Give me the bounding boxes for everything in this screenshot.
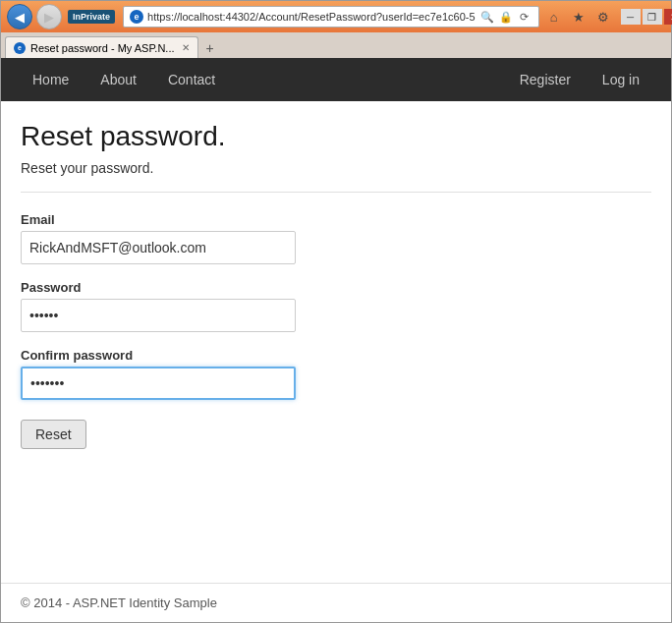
- tab-label: Reset password - My ASP.N...: [30, 42, 175, 54]
- home-toolbar-button[interactable]: ⌂: [543, 6, 565, 28]
- search-dropdown-icon[interactable]: 🔍: [479, 9, 495, 25]
- site-nav-left: Home About Contact: [17, 60, 231, 99]
- settings-button[interactable]: ⚙: [592, 6, 614, 28]
- nav-about[interactable]: About: [84, 60, 152, 99]
- close-button[interactable]: ✕: [664, 9, 672, 25]
- favorites-button[interactable]: ★: [568, 6, 589, 28]
- minimize-button[interactable]: ─: [621, 9, 641, 25]
- password-label: Password: [21, 280, 651, 295]
- page-subtitle: Reset your password.: [21, 160, 651, 176]
- address-text: https://localhost:44302/Account/ResetPas…: [147, 11, 476, 23]
- lock-icon: 🔒: [498, 9, 514, 25]
- title-bar-right: ⌂ ★ ⚙ ─ ❐ ✕: [543, 6, 672, 28]
- back-icon: ◀: [15, 10, 25, 25]
- reset-button[interactable]: Reset: [21, 420, 86, 449]
- address-icons: 🔍 🔒 ⟳: [479, 9, 532, 25]
- confirm-password-input[interactable]: [21, 367, 296, 400]
- forward-button[interactable]: ▶: [36, 4, 62, 29]
- window-controls: ─ ❐ ✕: [621, 9, 672, 25]
- page-title: Reset password.: [21, 121, 651, 152]
- refresh-icon[interactable]: ⟳: [517, 9, 532, 25]
- title-bar-left: ◀ ▶ InPrivate e https://localhost:44302/…: [7, 4, 543, 29]
- footer-text: © 2014 - ASP.NET Identity Sample: [21, 595, 217, 610]
- nav-register[interactable]: Register: [504, 60, 587, 99]
- inprivate-badge: InPrivate: [68, 10, 115, 24]
- password-group: Password: [21, 280, 651, 332]
- tab-close-button[interactable]: ✕: [182, 42, 190, 53]
- ie-favicon: e: [130, 10, 143, 24]
- site-nav: Home About Contact Register Log in: [1, 58, 671, 101]
- browser-window: ◀ ▶ InPrivate e https://localhost:44302/…: [0, 0, 672, 623]
- site-nav-right: Register Log in: [504, 60, 655, 99]
- new-tab-button[interactable]: +: [200, 38, 220, 58]
- email-input[interactable]: [21, 231, 296, 264]
- confirm-password-group: Confirm password: [21, 348, 651, 400]
- email-label: Email: [21, 212, 651, 227]
- title-bar: ◀ ▶ InPrivate e https://localhost:44302/…: [1, 1, 671, 32]
- tab-bar: e Reset password - My ASP.N... ✕ +: [1, 32, 671, 58]
- nav-contact[interactable]: Contact: [152, 60, 231, 99]
- tab-favicon: e: [14, 42, 26, 54]
- address-bar[interactable]: e https://localhost:44302/Account/ResetP…: [123, 6, 539, 28]
- divider: [21, 192, 651, 193]
- back-button[interactable]: ◀: [7, 4, 32, 29]
- active-tab[interactable]: e Reset password - My ASP.N... ✕: [5, 36, 198, 58]
- forward-icon: ▶: [44, 10, 54, 25]
- nav-home[interactable]: Home: [17, 60, 84, 99]
- nav-login[interactable]: Log in: [587, 60, 655, 99]
- restore-button[interactable]: ❐: [643, 9, 662, 25]
- browser-content: Home About Contact Register Log in Reset…: [1, 58, 671, 622]
- confirm-password-label: Confirm password: [21, 348, 651, 363]
- main-content: Reset password. Reset your password. Ema…: [1, 101, 671, 583]
- site-footer: © 2014 - ASP.NET Identity Sample: [1, 583, 671, 622]
- email-group: Email: [21, 212, 651, 264]
- password-input[interactable]: [21, 299, 296, 332]
